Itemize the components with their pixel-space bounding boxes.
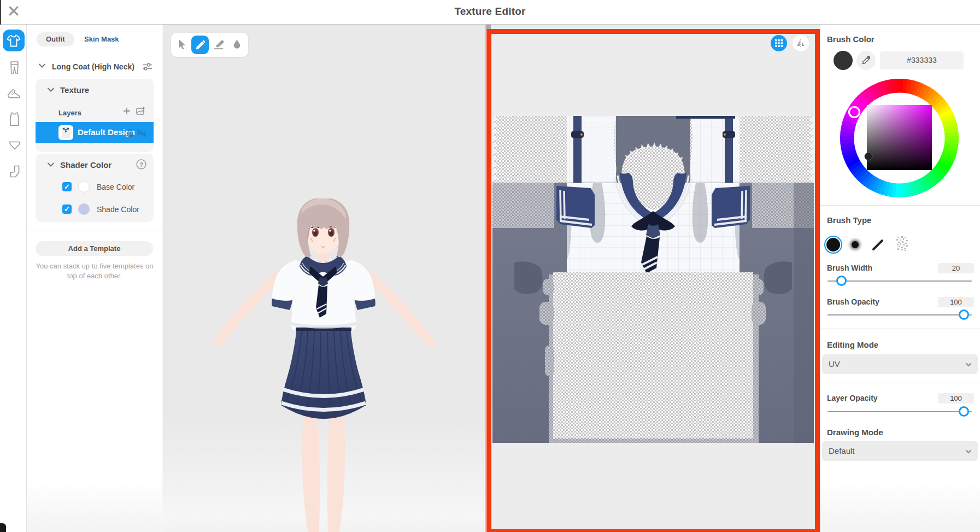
- svg-text:?: ?: [139, 161, 143, 168]
